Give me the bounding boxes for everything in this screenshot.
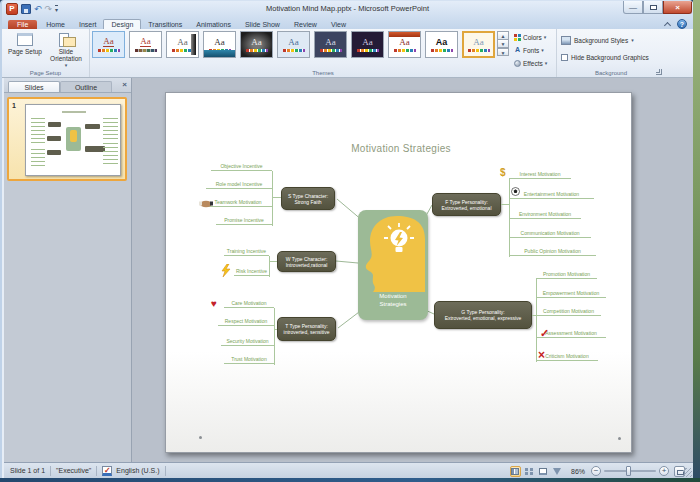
slide-title[interactable]: Motivation Strategies xyxy=(321,143,481,154)
leaf-trust-motivation[interactable]: Trust Motivation xyxy=(224,353,274,364)
leaf-role-model-incentive[interactable]: Role model Incentive xyxy=(206,178,272,189)
slide-1-thumbnail[interactable]: 1 xyxy=(7,97,127,181)
branch-g-type[interactable]: G Type Personality:Extroverted, emotiona… xyxy=(434,301,532,329)
normal-view-button[interactable] xyxy=(510,466,521,477)
slide-sorter-button[interactable] xyxy=(524,466,535,477)
central-topic[interactable]: Motivation Strategies xyxy=(358,210,428,320)
leaf-respect-motivation[interactable]: Respect Motivation xyxy=(218,315,274,326)
background-styles-button[interactable]: Background Styles ▾ xyxy=(561,36,634,45)
branch-spine xyxy=(509,179,510,257)
soccer-ball-icon xyxy=(511,187,520,197)
tab-slideshow[interactable]: Slide Show xyxy=(238,20,287,29)
theme-thumbnail[interactable]: Aa xyxy=(240,31,273,58)
theme-thumbnail[interactable]: Aa xyxy=(92,31,125,58)
leaf-communication-motivation[interactable]: Communication Motivation xyxy=(509,227,591,238)
leaf-competition-motivation[interactable]: Competition Motivation xyxy=(536,305,601,316)
leaf-environment-motivation[interactable]: Environment Motivation xyxy=(509,208,581,219)
slide-canvas[interactable]: Motivation Strategies xyxy=(165,92,632,453)
page-setup-button[interactable]: Page Setup xyxy=(5,31,45,69)
leaf-care-motivation[interactable]: ♥ Care Motivation xyxy=(224,297,274,308)
restore-button[interactable] xyxy=(643,1,663,14)
mini-head xyxy=(70,130,77,142)
fonts-button[interactable]: AFonts▾ xyxy=(514,44,556,56)
tab-file[interactable]: File xyxy=(8,20,37,29)
theme-thumbnail[interactable]: Aa xyxy=(425,31,458,58)
theme-options: Colors▾ AFonts▾ Effects▾ xyxy=(514,31,556,70)
close-panel-icon[interactable]: × xyxy=(122,81,127,89)
mini-branch xyxy=(47,150,61,155)
customize-qat-icon[interactable]: ▾ xyxy=(55,5,58,13)
page-setup-group-label: Page Setup xyxy=(2,70,89,76)
branch-t-type[interactable]: T Type Personality:introverted, sensitiv… xyxy=(277,317,336,341)
effects-button[interactable]: Effects▾ xyxy=(514,57,556,69)
slideshow-icon xyxy=(553,468,561,475)
zoom-level[interactable]: 86% xyxy=(571,468,585,475)
leaf-security-motivation[interactable]: Security Motivation xyxy=(221,335,274,346)
leaf-entertainment-motivation[interactable]: Entertainment Motivation xyxy=(509,188,594,199)
colors-button[interactable]: Colors▾ xyxy=(514,31,556,43)
theme-thumbnail[interactable]: Aa xyxy=(351,31,384,58)
reading-view-button[interactable] xyxy=(538,466,549,477)
mini-branch xyxy=(85,146,105,152)
leaf-interest-motivation[interactable]: $ Interest Motivation xyxy=(509,168,571,179)
leaf-assessment-motivation[interactable]: ✓ Assessment Motivation xyxy=(536,327,606,338)
leaf-criticism-motivation[interactable]: × Criticism Motivation xyxy=(536,350,598,361)
spellcheck-icon[interactable]: ✓ xyxy=(102,466,112,476)
theme-thumbnail[interactable]: Aa xyxy=(314,31,347,58)
resize-grip[interactable] xyxy=(683,468,692,477)
dialog-launcher-icon[interactable] xyxy=(656,69,662,75)
tab-review[interactable]: Review xyxy=(287,20,324,29)
zoom-slider[interactable] xyxy=(604,470,656,472)
slide-editor[interactable]: Motivation Strategies xyxy=(133,78,693,462)
effects-icon xyxy=(514,60,521,67)
leaf-risk-incentive[interactable]: Risk Incentive xyxy=(234,265,269,276)
background-styles-icon xyxy=(561,36,571,45)
redo-icon[interactable]: ↷ xyxy=(45,4,53,14)
tab-view[interactable]: View xyxy=(324,20,353,29)
leaf-training-incentive[interactable]: Training Incentive xyxy=(224,245,269,256)
undo-icon[interactable]: ↶ xyxy=(34,4,42,14)
leaf-promotion-motivation[interactable]: Promotion Motivation xyxy=(536,268,597,279)
tab-animations[interactable]: Animations xyxy=(189,20,238,29)
tab-insert[interactable]: Insert xyxy=(72,20,104,29)
checkbox-icon[interactable] xyxy=(561,54,568,61)
theme-thumbnail[interactable]: Aa xyxy=(166,31,199,58)
slideshow-button[interactable] xyxy=(552,466,563,477)
theme-thumbnail[interactable]: Aa xyxy=(277,31,310,58)
minimize-button[interactable]: — xyxy=(623,1,643,14)
leaf-promise-incentive[interactable]: Promise Incentive xyxy=(216,214,272,225)
tab-slides[interactable]: Slides xyxy=(8,81,60,92)
zoom-slider-thumb[interactable] xyxy=(626,466,631,476)
powerpoint-icon[interactable]: P xyxy=(6,3,18,15)
leaf-empowerment-motivation[interactable]: Empowerment Motivation xyxy=(536,287,606,298)
save-icon[interactable] xyxy=(21,4,31,14)
branch-connector xyxy=(501,204,509,205)
hide-background-graphics-checkbox[interactable]: Hide Background Graphics xyxy=(561,54,649,61)
title-bar[interactable]: P ↶ ↷ ▾ Motivation Mind Map.pptx - Micro… xyxy=(2,1,693,18)
tab-design[interactable]: Design xyxy=(103,19,141,29)
gallery-more-icon[interactable]: ▼ xyxy=(497,47,509,56)
theme-name[interactable]: "Executive" xyxy=(56,467,91,474)
powerpoint-window: P ↶ ↷ ▾ Motivation Mind Map.pptx - Micro… xyxy=(0,0,693,478)
branch-w-type[interactable]: W Type Character:Introverted,rational xyxy=(277,251,336,272)
help-icon[interactable]: ? xyxy=(677,19,687,29)
language-label[interactable]: English (U.S.) xyxy=(116,467,159,474)
theme-thumbnail-selected[interactable]: Aa xyxy=(462,31,495,58)
slide-orientation-button[interactable]: Slide Orientation ▾ xyxy=(46,31,86,69)
slide-counter[interactable]: Slide 1 of 1 xyxy=(10,467,45,474)
zoom-in-button[interactable]: + xyxy=(659,466,669,476)
tab-outline[interactable]: Outline xyxy=(60,81,112,92)
leaf-objective-incentive[interactable]: Objective Incentive xyxy=(211,160,272,171)
theme-thumbnail[interactable]: Aa xyxy=(129,31,162,58)
branch-f-type[interactable]: F Type Personality:Extroverted, emotiona… xyxy=(432,193,501,216)
theme-thumbnail[interactable]: Aa xyxy=(203,31,236,58)
leaf-public-opinion-motivation[interactable]: Public Opinion Motivation xyxy=(509,245,596,256)
leaf-teamwork-motivation[interactable]: Teamwork Motivation xyxy=(204,196,272,207)
tab-transitions[interactable]: Transitions xyxy=(141,20,189,29)
minimize-ribbon-icon[interactable] xyxy=(662,20,673,28)
theme-thumbnail[interactable]: Aa xyxy=(388,31,421,58)
close-button[interactable]: × xyxy=(663,1,692,14)
branch-s-type[interactable]: S Type Character:Strong Faith xyxy=(281,187,335,210)
tab-home[interactable]: Home xyxy=(39,20,72,29)
zoom-out-button[interactable]: − xyxy=(591,466,601,476)
